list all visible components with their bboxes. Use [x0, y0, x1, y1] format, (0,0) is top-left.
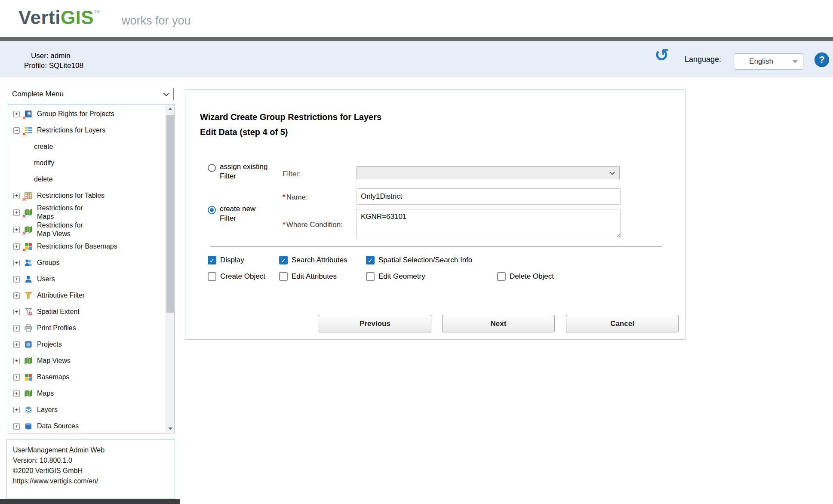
checkbox-delete-object[interactable]: ✓ Delete Object — [497, 272, 554, 281]
expand-toggle[interactable]: + — [13, 407, 20, 413]
checkbox-create-object[interactable]: ✓ Create Object — [208, 272, 265, 281]
checkbox-label: Search Attributes — [292, 256, 347, 264]
checkbox[interactable]: ✓ — [208, 272, 216, 281]
user-bar: User: admin Profile: SQLite108 ↺ Languag… — [0, 41, 833, 77]
expand-toggle[interactable]: + — [13, 227, 20, 233]
create-new-label: create new Filter — [220, 204, 267, 223]
sidebar-item-label: Projects — [37, 340, 62, 349]
assign-existing-radio[interactable] — [208, 164, 216, 172]
data-sources-icon — [24, 422, 33, 430]
scroll-up-arrow-icon[interactable] — [166, 104, 175, 113]
language-dropdown[interactable]: English — [734, 53, 803, 70]
logo-text-secondary: GIS — [61, 7, 94, 28]
collapse-toggle[interactable]: − — [13, 127, 20, 134]
checkbox[interactable]: ✓ — [366, 256, 375, 264]
checkbox-edit-attributes[interactable]: ✓ Edit Attributes — [279, 272, 337, 281]
checkbox-label: Delete Object — [510, 272, 554, 281]
basemaps-icon — [24, 373, 33, 381]
restrictions-layers-icon — [24, 126, 33, 135]
sidebar-item-map-views[interactable]: + Map Views — [8, 353, 166, 369]
expand-toggle[interactable]: + — [13, 292, 20, 299]
expand-toggle[interactable]: + — [13, 341, 20, 348]
sidebar-item-restrictions-for-tables[interactable]: + Restrictions for Tables — [8, 187, 166, 204]
cancel-button[interactable]: Cancel — [566, 315, 679, 332]
vertigis-link[interactable]: https://www.vertigis.com/en/ — [13, 477, 98, 485]
expand-toggle[interactable]: + — [13, 390, 20, 397]
scrollbar-thumb[interactable] — [166, 115, 174, 313]
sidebar-item-users[interactable]: + Users — [8, 271, 166, 287]
where-condition-textarea[interactable]: KGNR=63101 — [357, 209, 621, 238]
sidebar-item-label: modify — [34, 159, 54, 167]
groups-icon — [24, 258, 33, 267]
layers-icon — [24, 406, 33, 414]
sidebar-item-attributive-filter[interactable]: + Attributive Filter — [8, 287, 166, 304]
vertigis-logo: VertiGIS™ — [18, 7, 100, 28]
scroll-down-arrow-icon[interactable] — [166, 424, 175, 433]
sidebar-item-restrictions-for-basemaps[interactable]: + Restrictions for Basemaps — [8, 238, 166, 255]
restrictions-tables-icon — [24, 191, 33, 200]
required-marker: * — [283, 221, 286, 229]
sidebar-item-restrictions-for-maps[interactable]: + Restrictions for Maps — [8, 204, 166, 221]
sidebar-item-label: Restrictions for Layers — [37, 126, 105, 135]
expand-toggle[interactable]: + — [13, 374, 20, 381]
refresh-icon[interactable]: ↺ — [655, 46, 669, 65]
sidebar-item-label: Basemaps — [37, 373, 70, 381]
expand-toggle[interactable]: + — [13, 325, 20, 332]
version-text: Version: 10.800.1.0 — [13, 455, 169, 466]
name-input[interactable] — [357, 188, 621, 205]
checkbox[interactable]: ✓ — [208, 256, 216, 264]
sidebar-item-spatial-extent[interactable]: + Spatial Extent — [8, 304, 166, 320]
sidebar-item-delete[interactable]: delete — [8, 171, 166, 187]
expand-toggle[interactable]: + — [13, 423, 20, 430]
checkbox-edit-geometry[interactable]: ✓ Edit Geometry — [366, 272, 425, 281]
sidebar-item-create[interactable]: create — [8, 138, 166, 155]
expand-toggle[interactable]: + — [13, 111, 20, 117]
sidebar-scrollbar[interactable] — [166, 104, 174, 433]
expand-toggle[interactable]: + — [13, 243, 20, 250]
expand-toggle[interactable]: + — [13, 209, 20, 216]
checkbox[interactable]: ✓ — [366, 272, 375, 281]
create-new-radio[interactable] — [208, 206, 216, 214]
spatial-extent-icon — [24, 307, 33, 316]
next-button[interactable]: Next — [442, 315, 555, 332]
bottom-edge-bar — [0, 499, 180, 504]
expand-toggle[interactable]: + — [13, 276, 20, 283]
sidebar-item-projects[interactable]: + Projects — [8, 336, 166, 353]
sidebar-item-basemaps[interactable]: + Basemaps — [8, 369, 166, 385]
user-label: User: admin — [24, 51, 83, 61]
menu-mode-value: Complete Menu — [12, 90, 64, 98]
sidebar-item-data-sources[interactable]: + Data Sources — [8, 418, 166, 433]
restrictions-basemaps-icon — [24, 242, 33, 251]
sidebar-item-groups[interactable]: + Groups — [8, 255, 166, 271]
expand-toggle[interactable]: + — [13, 358, 20, 364]
sidebar-item-modify[interactable]: modify — [8, 155, 166, 171]
previous-button[interactable]: Previous — [319, 315, 431, 332]
checkbox[interactable]: ✓ — [497, 272, 506, 281]
sidebar-item-layers[interactable]: + Layers — [8, 402, 166, 418]
filter-dropdown[interactable] — [357, 166, 620, 179]
help-button[interactable]: ? — [815, 52, 829, 67]
sidebar-item-group-rights-for-projects[interactable]: + Group Rights for Projects — [8, 106, 166, 122]
checkbox[interactable]: ✓ — [279, 272, 288, 281]
checkbox[interactable]: ✓ — [279, 256, 288, 264]
assign-existing-label: assign existing Filter — [220, 162, 277, 181]
expand-toggle[interactable]: + — [13, 260, 20, 266]
sidebar-item-restrictions-for-layers[interactable]: − Restrictions for Layers — [8, 122, 166, 138]
trademark-symbol: ™ — [94, 9, 100, 16]
map-views-icon — [24, 356, 33, 365]
language-value: English — [734, 57, 788, 66]
checkbox-search-attributes[interactable]: ✓ Search Attributes — [279, 256, 347, 264]
wizard-title-block: Wizard Create Group Restrictions for Lay… — [200, 110, 381, 140]
sidebar-item-maps[interactable]: + Maps — [8, 385, 166, 402]
sidebar-item-print-profiles[interactable]: + Print Profiles — [8, 320, 166, 336]
checkbox-display[interactable]: ✓ Display — [208, 256, 244, 264]
profile-label: Profile: SQLite108 — [24, 61, 83, 71]
expand-toggle[interactable]: + — [13, 193, 20, 199]
checkbox-spatial-selection-search-info[interactable]: ✓ Spatial Selection/Search Info — [366, 256, 472, 264]
sidebar-item-label: Print Profiles — [37, 324, 76, 332]
menu-mode-select[interactable]: Complete Menu — [8, 88, 174, 100]
sidebar-item-restrictions-for-map-views[interactable]: + Restrictions for Map Views — [8, 221, 166, 238]
chevron-down-icon — [163, 91, 169, 96]
brand-tagline: works for you — [122, 14, 191, 28]
expand-toggle[interactable]: + — [13, 309, 20, 315]
